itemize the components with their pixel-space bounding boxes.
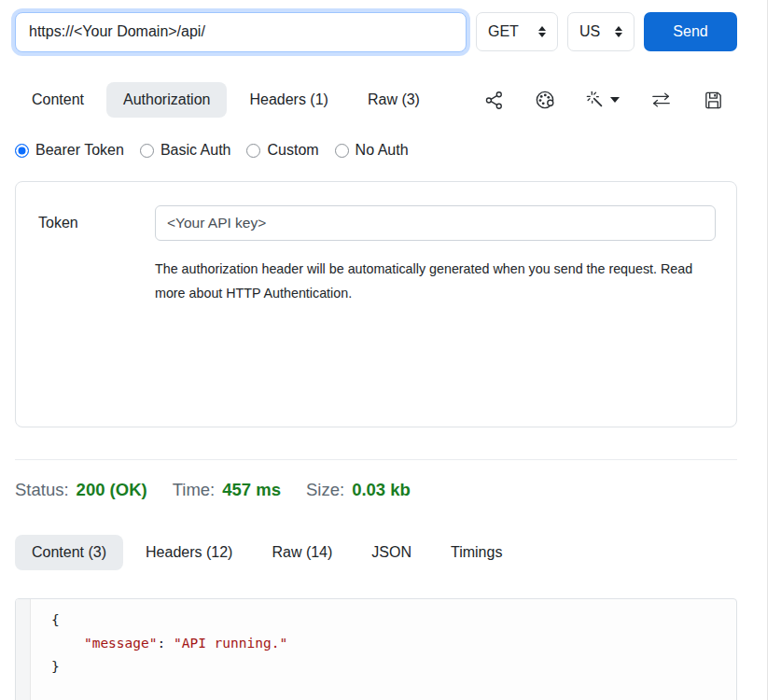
radio-label: Bearer Token — [35, 142, 124, 159]
status-value: 200 (OK) — [77, 480, 147, 500]
radio-icon — [335, 144, 349, 158]
toolbar — [483, 89, 737, 111]
response-tab-json[interactable]: JSON — [355, 535, 428, 570]
method-select[interactable]: GET — [476, 12, 558, 51]
json-line: { — [51, 609, 287, 632]
updown-arrows-icon — [615, 26, 622, 37]
swap-arrows-icon[interactable] — [649, 90, 674, 110]
json-punct: } — [51, 659, 60, 674]
radio-label: No Auth — [356, 142, 409, 159]
json-value: "API running." — [174, 636, 287, 651]
page-edge-divider — [767, 0, 768, 700]
request-tabs: Content Authorization Headers (1) Raw (3… — [15, 82, 437, 118]
tab-content[interactable]: Content — [15, 82, 101, 118]
radio-no-auth[interactable]: No Auth — [335, 142, 409, 159]
time-label: Time: — [173, 480, 216, 500]
response-tab-raw[interactable]: Raw (14) — [255, 535, 349, 570]
section-divider — [15, 459, 737, 460]
magic-wand-icon[interactable] — [585, 90, 620, 110]
send-button[interactable]: Send — [644, 12, 737, 51]
response-json: { "message": "API running." } — [31, 599, 287, 700]
response-tab-headers[interactable]: Headers (12) — [129, 535, 249, 570]
size-label: Size: — [306, 480, 344, 500]
request-tabs-row: Content Authorization Headers (1) Raw (3… — [15, 82, 737, 118]
size-pair: Size: 0.03 kb — [306, 480, 411, 500]
token-input[interactable] — [155, 205, 716, 241]
token-help-text: The authorization header will be automat… — [155, 257, 722, 305]
radio-icon — [246, 144, 260, 158]
status-pair: Status: 200 (OK) — [15, 480, 147, 500]
json-punct: : — [158, 636, 174, 651]
time-pair: Time: 457 ms — [173, 480, 281, 500]
radio-icon — [140, 144, 154, 158]
radio-custom[interactable]: Custom — [246, 142, 318, 159]
region-select-value: US — [579, 23, 600, 40]
region-select[interactable]: US — [567, 12, 635, 51]
radio-label: Custom — [267, 142, 318, 159]
json-indent — [51, 636, 84, 651]
radio-basic-auth[interactable]: Basic Auth — [140, 142, 231, 159]
token-panel: Token The authorization header will be a… — [15, 181, 737, 427]
response-tab-content[interactable]: Content (3) — [15, 535, 123, 570]
time-value: 457 ms — [222, 480, 281, 500]
palette-icon[interactable] — [534, 89, 556, 111]
request-bar: GET US Send — [15, 7, 737, 56]
radio-bearer-token[interactable]: Bearer Token — [15, 142, 124, 159]
radio-icon — [15, 144, 29, 158]
response-tabs: Content (3) Headers (12) Raw (14) JSON T… — [15, 535, 737, 570]
chevron-down-icon — [610, 97, 620, 103]
updown-arrows-icon — [538, 26, 546, 37]
tab-headers[interactable]: Headers (1) — [232, 82, 344, 118]
tab-authorization[interactable]: Authorization — [106, 82, 227, 118]
api-client-page: GET US Send Content Authorization Header… — [0, 0, 737, 700]
auth-options: Bearer Token Basic Auth Custom No Auth — [15, 142, 737, 159]
json-line: } — [51, 655, 287, 679]
status-label: Status: — [15, 480, 69, 500]
save-icon[interactable] — [703, 90, 724, 111]
size-value: 0.03 kb — [352, 480, 411, 500]
token-row: Token — [38, 205, 716, 241]
json-punct: { — [51, 612, 60, 627]
code-gutter — [16, 599, 31, 700]
response-tab-timings[interactable]: Timings — [434, 535, 519, 570]
tab-raw[interactable]: Raw (3) — [351, 82, 437, 118]
json-line: "message": "API running." — [51, 632, 287, 655]
token-label: Token — [38, 215, 155, 231]
radio-label: Basic Auth — [160, 142, 231, 159]
json-key: "message" — [84, 636, 158, 651]
response-body-viewer[interactable]: { "message": "API running." } — [15, 598, 737, 700]
response-status-row: Status: 200 (OK) Time: 457 ms Size: 0.03… — [15, 480, 737, 500]
share-icon[interactable] — [483, 90, 505, 111]
method-select-value: GET — [488, 23, 519, 40]
url-input[interactable] — [15, 12, 467, 52]
